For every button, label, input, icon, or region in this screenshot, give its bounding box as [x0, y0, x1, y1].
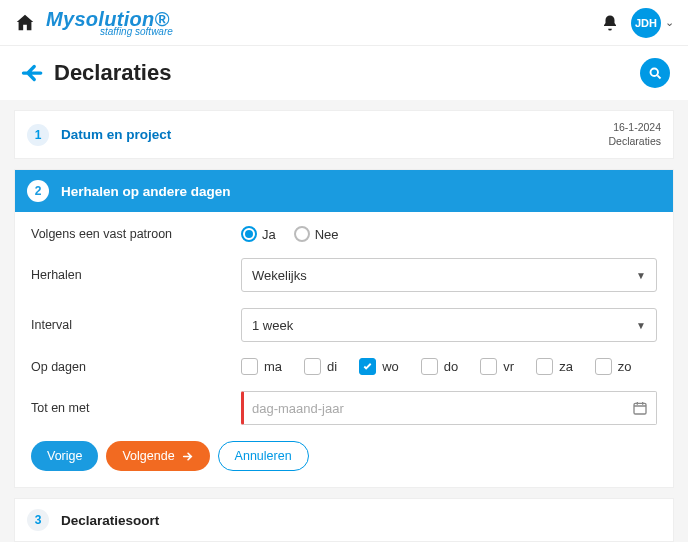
step-3-card[interactable]: 3 Declaratiesoort: [14, 498, 674, 542]
back-icon[interactable]: [18, 60, 44, 86]
step-meta: 16-1-2024 Declaraties: [608, 121, 661, 148]
search-button[interactable]: [640, 58, 670, 88]
interval-select[interactable]: 1 week ▼: [241, 308, 657, 342]
day-wo[interactable]: wo: [359, 358, 399, 375]
radio-icon: [241, 226, 257, 242]
repeat-select[interactable]: Wekelijks ▼: [241, 258, 657, 292]
radio-icon: [294, 226, 310, 242]
next-button[interactable]: Volgende: [106, 441, 209, 471]
step-title: Datum en project: [61, 127, 171, 142]
step-number: 3: [27, 509, 49, 531]
search-icon: [648, 66, 663, 81]
arrow-right-icon: [181, 450, 194, 463]
home-icon[interactable]: [14, 12, 36, 34]
step-2-card: 2 Herhalen op andere dagen Volgens een v…: [14, 169, 674, 488]
step-title: Herhalen op andere dagen: [61, 184, 231, 199]
day-zo[interactable]: zo: [595, 358, 632, 375]
step-number: 2: [27, 180, 49, 202]
avatar[interactable]: JDH: [631, 8, 661, 38]
days-label: Op dagen: [31, 360, 241, 374]
logo[interactable]: Mysolution® staffing software: [46, 9, 173, 37]
chevron-down-icon[interactable]: ⌄: [665, 16, 674, 29]
caret-down-icon: ▼: [636, 270, 646, 281]
day-ma[interactable]: ma: [241, 358, 282, 375]
day-do[interactable]: do: [421, 358, 458, 375]
day-di[interactable]: di: [304, 358, 337, 375]
calendar-icon: [632, 400, 648, 416]
topbar: Mysolution® staffing software JDH ⌄: [0, 0, 688, 46]
day-za[interactable]: za: [536, 358, 573, 375]
step-title: Declaratiesoort: [61, 513, 159, 528]
page-title: Declaraties: [54, 60, 640, 86]
until-date-input[interactable]: dag-maand-jaar: [241, 391, 657, 425]
bell-icon[interactable]: [601, 14, 619, 32]
step-1-card[interactable]: 1 Datum en project 16-1-2024 Declaraties: [14, 110, 674, 159]
repeat-label: Herhalen: [31, 268, 241, 282]
day-vr[interactable]: vr: [480, 358, 514, 375]
pattern-label: Volgens een vast patroon: [31, 227, 241, 241]
svg-rect-1: [634, 404, 646, 415]
until-label: Tot en met: [31, 401, 241, 415]
cancel-button[interactable]: Annuleren: [218, 441, 309, 471]
page-header: Declaraties: [0, 46, 688, 100]
caret-down-icon: ▼: [636, 320, 646, 331]
radio-ja[interactable]: Ja: [241, 226, 276, 242]
interval-label: Interval: [31, 318, 241, 332]
prev-button[interactable]: Vorige: [31, 441, 98, 471]
svg-point-0: [650, 68, 658, 76]
radio-nee[interactable]: Nee: [294, 226, 339, 242]
step-2-header: 2 Herhalen op andere dagen: [15, 170, 673, 212]
step-number: 1: [27, 124, 49, 146]
